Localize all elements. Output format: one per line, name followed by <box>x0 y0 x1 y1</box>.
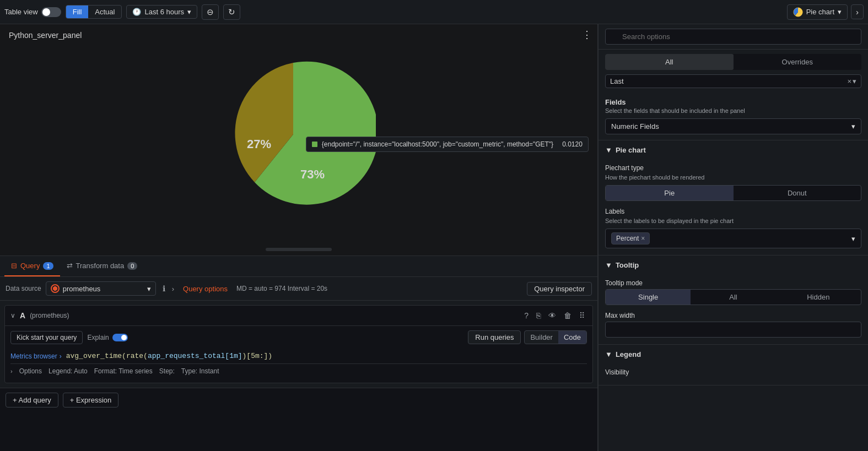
query-tabs: ⊟ Query 1 ⇄ Transform data 0 <box>0 256 597 277</box>
chart-tooltip: {endpoint="/", instance="localhost:5000"… <box>306 137 589 152</box>
info-button[interactable]: ℹ <box>160 282 168 295</box>
datasource-bar: Data source prometheus ▾ ℹ › Query optio… <box>0 277 597 301</box>
query-block-actions: ? ⎘ 👁 🗑 ⠿ <box>522 310 587 321</box>
query-bracket-text: )[5m:]) <box>242 352 273 360</box>
explain-label: Explain <box>87 334 109 341</box>
left-panel: Python_server_panel ⋮ 27% 73% {endpoint=… <box>0 24 598 451</box>
eye-icon-button[interactable]: 👁 <box>546 310 558 321</box>
datasource-value: prometheus <box>63 285 101 293</box>
max-width-label: Max width <box>605 312 861 319</box>
legend-section-header[interactable]: ▼ Legend <box>599 345 868 364</box>
labels-label: Labels <box>605 208 861 215</box>
last-filter-text: Last <box>610 77 624 85</box>
step-meta: Step: <box>159 367 175 375</box>
table-view-label: Table view <box>4 8 38 16</box>
zoom-out-button[interactable]: ⊖ <box>202 4 219 20</box>
tooltip-section-header[interactable]: ▼ Tooltip <box>599 256 868 275</box>
add-expression-button[interactable]: + Expression <box>63 393 119 407</box>
time-range-label: Last 6 hours <box>144 8 184 16</box>
pie-chart-label: Pie chart <box>806 8 834 16</box>
time-range-button[interactable]: 🕐 Last 6 hours ▾ <box>126 5 197 19</box>
single-mode-button[interactable]: Single <box>606 290 691 305</box>
type-meta: Type: Instant <box>181 367 219 375</box>
piechart-section: ▼ Pie chart Piechart type How the piecha… <box>599 140 868 256</box>
expand-arrow-icon: › <box>10 368 13 374</box>
drag-icon-button[interactable]: ⠿ <box>577 310 587 321</box>
donut-type-button[interactable]: Donut <box>734 186 861 200</box>
chevron-down-icon: ▾ <box>851 122 855 131</box>
collapse-icon: ▼ <box>605 146 612 154</box>
refresh-button[interactable]: ↻ <box>223 4 240 20</box>
chart-area: Python_server_panel ⋮ 27% 73% {endpoint=… <box>0 24 597 256</box>
code-button[interactable]: Code <box>558 331 586 344</box>
fill-actual-group: Fill Actual <box>66 5 122 19</box>
piechart-section-title: Pie chart <box>616 146 646 154</box>
last-filter-chevron-icon: ▾ <box>853 77 856 85</box>
chart-scrollbar[interactable] <box>266 248 332 251</box>
explain-toggle: Explain <box>87 334 127 341</box>
query-param-text: app_requests_total[1m] <box>148 352 242 360</box>
metrics-browser-button[interactable]: Metrics browser › <box>10 352 62 360</box>
actual-button[interactable]: Actual <box>88 6 121 18</box>
copy-icon-button[interactable]: ⎘ <box>534 310 543 321</box>
explain-switch[interactable] <box>112 334 128 341</box>
query-options-row[interactable]: › Options Legend: Auto Format: Time seri… <box>10 364 587 378</box>
fill-button[interactable]: Fill <box>66 6 89 18</box>
tab-all[interactable]: All <box>605 54 734 70</box>
tab-transform[interactable]: ⇄ Transform data 0 <box>60 256 144 276</box>
delete-icon-button[interactable]: 🗑 <box>562 310 574 321</box>
transform-icon: ⇄ <box>67 262 73 270</box>
pie-type-button[interactable]: Pie <box>606 186 734 200</box>
pie-chart-icon <box>793 7 803 17</box>
labels-select[interactable]: Percent × ▾ <box>605 229 861 248</box>
right-panel-header: 🔍 <box>599 24 868 50</box>
piechart-type-group: Pie Donut <box>605 185 861 201</box>
query-icon: ⊟ <box>11 262 17 270</box>
percent-tag-text: Percent <box>616 235 639 242</box>
tooltip-label: {endpoint="/", instance="localhost:5000"… <box>322 140 553 148</box>
last-filter-x-button[interactable]: × <box>847 77 851 85</box>
help-icon-button[interactable]: ? <box>522 310 531 321</box>
search-options-input[interactable] <box>605 29 861 45</box>
percent-tag-remove[interactable]: × <box>641 235 645 242</box>
hidden-mode-button[interactable]: Hidden <box>776 290 861 305</box>
run-queries-button[interactable]: Run queries <box>468 330 521 344</box>
query-meta: MD = auto = 974 Interval = 20s <box>236 285 327 292</box>
kick-start-button[interactable]: Kick start your query <box>10 331 83 344</box>
search-wrapper: 🔍 <box>605 29 861 45</box>
datasource-select[interactable]: prometheus ▾ <box>46 281 156 296</box>
query-block-a: ∨ A (prometheus) ? ⎘ 👁 🗑 ⠿ Kick start yo… <box>4 305 593 383</box>
builder-button[interactable]: Builder <box>525 331 558 344</box>
query-block-body: Kick start your query Explain Run querie… <box>5 326 592 383</box>
panel-expand-button[interactable]: › <box>851 4 864 19</box>
last-filter: Last × ▾ <box>605 74 861 88</box>
prometheus-icon <box>51 284 60 293</box>
fields-select[interactable]: Numeric Fields ▾ <box>605 118 861 134</box>
chevron-right-icon: › <box>60 352 62 360</box>
tooltip-mode-group: Single All Hidden <box>605 289 861 305</box>
query-options-button[interactable]: Query options <box>179 282 232 295</box>
piechart-type-desc: How the piechart should be rendered <box>605 174 861 181</box>
metrics-browser-label: Metrics browser <box>10 352 57 360</box>
query-inspector-button[interactable]: Query inspector <box>527 282 592 296</box>
chevron-down-icon: ▾ <box>851 235 855 243</box>
max-width-input[interactable] <box>605 322 861 338</box>
collapse-button[interactable]: ∨ <box>10 312 15 319</box>
tooltip-section-content: Tooltip mode Single All Hidden Max width <box>599 275 868 344</box>
table-view-switch[interactable] <box>41 7 61 17</box>
all-mode-button[interactable]: All <box>691 290 775 305</box>
table-view-toggle: Table view <box>4 7 61 17</box>
tab-query[interactable]: ⊟ Query 1 <box>4 256 60 276</box>
legend-section-content: Visibility <box>599 364 868 385</box>
visualization-selector[interactable]: Pie chart ▾ <box>787 4 848 20</box>
all-overrides-tabs: All Overrides <box>605 54 861 70</box>
tooltip-section-title: Tooltip <box>616 261 639 269</box>
query-input[interactable]: avg_over_time(rate(app_requests_total[1m… <box>66 352 272 360</box>
tooltip-mode-label: Tooltip mode <box>605 279 861 287</box>
tab-overrides[interactable]: Overrides <box>734 54 862 70</box>
add-query-button[interactable]: + Add query <box>6 393 58 407</box>
panel-menu-button[interactable]: ⋮ <box>582 29 592 41</box>
query-bottom: Data source prometheus ▾ ℹ › Query optio… <box>0 277 597 388</box>
query-options-label: Query options <box>183 285 228 293</box>
piechart-section-header[interactable]: ▼ Pie chart <box>599 140 868 160</box>
